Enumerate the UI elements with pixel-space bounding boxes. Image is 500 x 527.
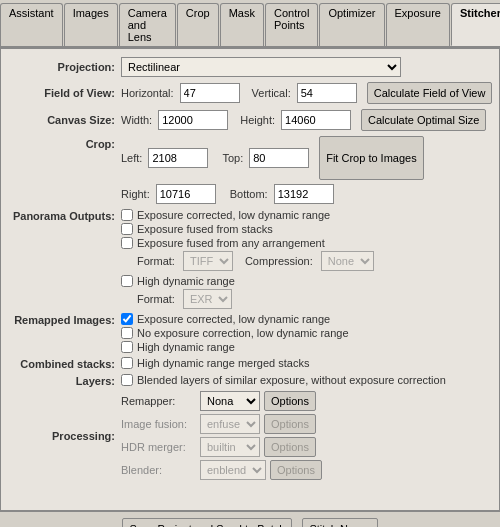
- fov-horizontal-input[interactable]: [180, 83, 240, 103]
- hdr-merger-select[interactable]: builtin: [200, 437, 260, 457]
- blender-row: Blender: enblend Options: [121, 460, 322, 480]
- tab-exposure[interactable]: Exposure: [386, 3, 450, 46]
- image-fusion-select[interactable]: enfuse: [200, 414, 260, 434]
- fov-vertical-input[interactable]: [297, 83, 357, 103]
- crop-top-row: Left: Top: Fit Crop to Images: [121, 136, 424, 180]
- combined-stacks-section: Combined stacks: High dynamic range merg…: [11, 357, 489, 370]
- fov-row: Field of View: Horizontal: Vertical: Cal…: [11, 82, 489, 104]
- crop-top-label: Top:: [222, 152, 243, 164]
- hdr-merger-options-button[interactable]: Options: [264, 437, 316, 457]
- image-fusion-options-button[interactable]: Options: [264, 414, 316, 434]
- tab-assistant[interactable]: Assistant: [0, 3, 63, 46]
- crop-top-input[interactable]: [249, 148, 309, 168]
- canvas-width-input[interactable]: [158, 110, 228, 130]
- fov-fields: Horizontal: Vertical: Calculate Field of…: [121, 82, 492, 104]
- panorama-exp-fused-stacks-label: Exposure fused from stacks: [137, 223, 273, 235]
- combined-stacks-content: High dynamic range merged stacks: [121, 357, 309, 370]
- stitch-now-button[interactable]: Stitch Now...: [302, 518, 377, 528]
- tab-camera-lens[interactable]: Camera and Lens: [119, 3, 176, 46]
- panorama-hdr-label: High dynamic range: [137, 275, 235, 287]
- crop-bottom-label: Bottom:: [230, 188, 268, 200]
- remapper-row: Remapper: Nona Options: [121, 391, 322, 411]
- panorama-exp-fused-stacks: Exposure fused from stacks: [121, 223, 374, 235]
- crop-bottom-row: Right: Bottom:: [121, 184, 424, 204]
- panorama-format-select[interactable]: TIFF: [183, 251, 233, 271]
- panorama-exp-corrected-ldr-checkbox[interactable]: [121, 209, 133, 221]
- fov-label: Field of View:: [11, 87, 121, 99]
- panorama-format-label: Format:: [137, 255, 175, 267]
- remapped-images-content: Exposure corrected, low dynamic range No…: [121, 313, 349, 353]
- panorama-hdr-format-label: Format:: [137, 293, 175, 305]
- layers-label: Layers:: [11, 374, 121, 387]
- save-batch-button[interactable]: Save Project and Send to Batch: [122, 518, 292, 528]
- bottom-bar: Save Project and Send to Batch Stitch No…: [0, 511, 500, 527]
- projection-label: Projection:: [11, 61, 121, 73]
- panorama-exp-fused-any-label: Exposure fused from any arrangement: [137, 237, 325, 249]
- remap-hdr: High dynamic range: [121, 341, 349, 353]
- crop-label: Crop:: [11, 136, 121, 150]
- projection-select[interactable]: Rectilinear: [121, 57, 401, 77]
- panorama-hdr-format-select[interactable]: EXR: [183, 289, 232, 309]
- comb-hdr-merged-label: High dynamic range merged stacks: [137, 357, 309, 369]
- panorama-exp-corrected-ldr-label: Exposure corrected, low dynamic range: [137, 209, 330, 221]
- panorama-outputs-section: Panorama Outputs: Exposure corrected, lo…: [11, 209, 489, 309]
- processing-label: Processing:: [11, 430, 121, 442]
- crop-left-input[interactable]: [148, 148, 208, 168]
- fov-vertical-label: Vertical:: [252, 87, 291, 99]
- blender-label: Blender:: [121, 464, 196, 476]
- hdr-merger-row: HDR merger: builtin Options: [121, 437, 322, 457]
- blender-options-button[interactable]: Options: [270, 460, 322, 480]
- canvas-label: Canvas Size:: [11, 114, 121, 126]
- image-fusion-row: Image fusion: enfuse Options: [121, 414, 322, 434]
- canvas-row: Canvas Size: Width: Height: Calculate Op…: [11, 109, 489, 131]
- fov-horizontal-label: Horizontal:: [121, 87, 174, 99]
- layers-blended: Blended layers of similar exposure, with…: [121, 374, 446, 386]
- processing-items: Remapper: Nona Options Image fusion: enf…: [121, 391, 322, 480]
- remap-exp-ldr-checkbox[interactable]: [121, 313, 133, 325]
- canvas-height-input[interactable]: [281, 110, 351, 130]
- remapper-label: Remapper:: [121, 395, 196, 407]
- comb-hdr-merged: High dynamic range merged stacks: [121, 357, 309, 369]
- processing-section: Processing: Remapper: Nona Options Image…: [11, 391, 489, 480]
- panorama-exp-corrected-ldr: Exposure corrected, low dynamic range: [121, 209, 374, 221]
- panorama-exp-fused-any-checkbox[interactable]: [121, 237, 133, 249]
- tab-control-points[interactable]: Control Points: [265, 3, 318, 46]
- panorama-format-row: Format: TIFF Compression: None: [137, 251, 374, 271]
- combined-stacks-label: Combined stacks:: [11, 357, 121, 370]
- remap-no-exp-ldr-checkbox[interactable]: [121, 327, 133, 339]
- panorama-hdr: High dynamic range: [121, 275, 374, 287]
- tab-stitcher[interactable]: Stitcher: [451, 3, 500, 46]
- tab-optimizer[interactable]: Optimizer: [319, 3, 384, 46]
- remapped-images-section: Remapped Images: Exposure corrected, low…: [11, 313, 489, 353]
- panorama-exp-fused-any: Exposure fused from any arrangement: [121, 237, 374, 249]
- remap-hdr-label: High dynamic range: [137, 341, 235, 353]
- panorama-compression-select[interactable]: None: [321, 251, 374, 271]
- calc-fov-button[interactable]: Calculate Field of View: [367, 82, 493, 104]
- remapper-options-button[interactable]: Options: [264, 391, 316, 411]
- crop-right-input[interactable]: [156, 184, 216, 204]
- crop-bottom-input[interactable]: [274, 184, 334, 204]
- calc-optimal-button[interactable]: Calculate Optimal Size: [361, 109, 486, 131]
- canvas-height-label: Height:: [240, 114, 275, 126]
- tab-images[interactable]: Images: [64, 3, 118, 46]
- blender-select[interactable]: enblend: [200, 460, 266, 480]
- fit-crop-button[interactable]: Fit Crop to Images: [319, 136, 423, 180]
- remapper-select[interactable]: Nona: [200, 391, 260, 411]
- image-fusion-label: Image fusion:: [121, 418, 196, 430]
- tab-mask[interactable]: Mask: [220, 3, 264, 46]
- crop-right-label: Right:: [121, 188, 150, 200]
- remap-no-exp-ldr-label: No exposure correction, low dynamic rang…: [137, 327, 349, 339]
- panorama-hdr-checkbox[interactable]: [121, 275, 133, 287]
- tab-crop[interactable]: Crop: [177, 3, 219, 46]
- panorama-outputs-content: Exposure corrected, low dynamic range Ex…: [121, 209, 374, 309]
- panorama-outputs-label: Panorama Outputs:: [11, 209, 121, 309]
- panorama-exp-fused-stacks-checkbox[interactable]: [121, 223, 133, 235]
- panorama-hdr-format-row: Format: EXR: [137, 289, 374, 309]
- layers-content: Blended layers of similar exposure, with…: [121, 374, 446, 387]
- hdr-merger-label: HDR merger:: [121, 441, 196, 453]
- comb-hdr-merged-checkbox[interactable]: [121, 357, 133, 369]
- tab-bar: Assistant Images Camera and Lens Crop Ma…: [0, 0, 500, 48]
- panorama-compression-label: Compression:: [245, 255, 313, 267]
- remap-hdr-checkbox[interactable]: [121, 341, 133, 353]
- layers-blended-checkbox[interactable]: [121, 374, 133, 386]
